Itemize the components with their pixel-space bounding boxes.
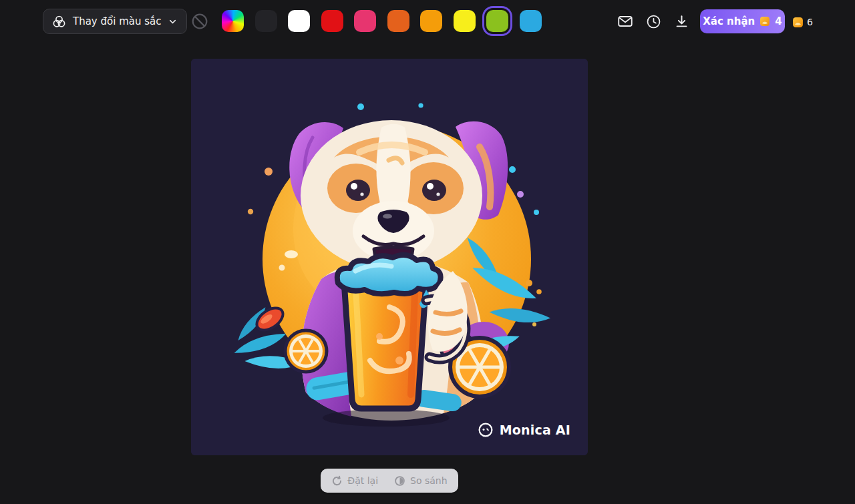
watermark-text: Monica AI xyxy=(500,423,570,437)
compare-button[interactable]: So sánh xyxy=(394,475,448,487)
chevron-down-icon xyxy=(168,17,178,27)
coin-icon xyxy=(759,16,770,27)
swatch-cyan[interactable] xyxy=(520,10,542,32)
history-clock-icon xyxy=(645,13,662,30)
user-avatar[interactable] xyxy=(822,9,846,33)
download-icon xyxy=(673,13,690,30)
mail-icon xyxy=(617,13,634,30)
swatch-black[interactable] xyxy=(255,10,277,32)
history-button[interactable] xyxy=(643,11,663,31)
swatch-yellow[interactable] xyxy=(454,10,476,32)
color-change-dropdown[interactable]: Thay đổi màu sắc xyxy=(43,9,187,34)
reset-button-label: Đặt lại xyxy=(347,475,378,486)
credits-badge: 6 xyxy=(792,14,813,30)
compare-icon xyxy=(394,475,405,487)
confirm-button[interactable]: Xác nhận 4 xyxy=(700,9,785,33)
color-dropdown-label: Thay đổi màu sắc xyxy=(73,15,161,27)
top-action-icons xyxy=(615,11,691,31)
mail-button[interactable] xyxy=(615,11,635,31)
swatch-orange-red[interactable] xyxy=(387,10,409,32)
swatch-orange[interactable] xyxy=(420,10,442,32)
ban-icon xyxy=(190,11,210,31)
watermark: Monica AI xyxy=(478,422,570,438)
monica-logo-icon xyxy=(478,422,494,438)
confirm-button-label: Xác nhận xyxy=(703,15,755,27)
dog-artwork-image xyxy=(191,59,588,455)
credits-count: 6 xyxy=(807,17,813,27)
color-mix-icon xyxy=(52,15,66,29)
swatch-pink[interactable] xyxy=(354,10,376,32)
reset-button[interactable]: Đặt lại xyxy=(331,475,378,487)
no-color-swatch[interactable] xyxy=(189,11,210,32)
color-swatches xyxy=(222,10,542,32)
confirm-cost: 4 xyxy=(775,15,782,27)
generated-image-canvas: Monica AI xyxy=(191,59,588,455)
swatch-rainbow[interactable] xyxy=(222,10,244,32)
coin-icon xyxy=(792,17,804,28)
swatch-white[interactable] xyxy=(288,10,310,32)
swatch-green[interactable] xyxy=(486,10,508,32)
download-button[interactable] xyxy=(671,11,691,31)
swatch-red[interactable] xyxy=(321,10,343,32)
footer-action-bar: Đặt lại So sánh xyxy=(321,469,458,493)
compare-button-label: So sánh xyxy=(410,475,448,486)
refresh-icon xyxy=(331,475,343,487)
